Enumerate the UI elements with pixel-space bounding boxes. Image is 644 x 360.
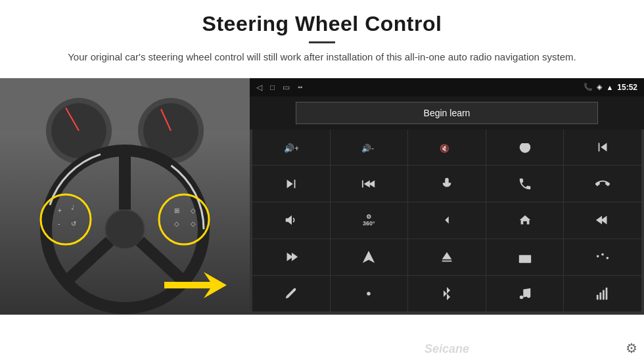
wifi-icon: ▲ bbox=[606, 83, 613, 91]
svg-rect-19 bbox=[442, 261, 452, 262]
begin-learn-row: Begin learn bbox=[250, 97, 644, 129]
controls-grid: 🔊+ 🔊- 🔇 bbox=[250, 129, 644, 315]
pen-button[interactable] bbox=[252, 276, 330, 312]
bluetooth-button[interactable] bbox=[408, 276, 486, 312]
content-area: ◁ □ ▭ ▪▪ 📞 ◈ ▲ 15:52 Begin learn bbox=[0, 78, 644, 361]
phone-status-icon: 📞 bbox=[584, 83, 593, 91]
end-call-button[interactable] bbox=[564, 166, 641, 202]
fast-fwd-button[interactable] bbox=[252, 239, 330, 275]
header-section: Steering Wheel Control Your original car… bbox=[0, 0, 644, 72]
ff-prev-button[interactable] bbox=[331, 166, 408, 202]
360-button[interactable]: ⚙360° bbox=[331, 202, 408, 238]
svg-text:🔊-: 🔊- bbox=[361, 143, 374, 152]
svg-rect-34 bbox=[597, 295, 599, 300]
status-right: 📞 ◈ ▲ 15:52 bbox=[584, 83, 637, 92]
svg-point-30 bbox=[607, 257, 609, 259]
signal-icon: ▪▪ bbox=[298, 83, 302, 91]
status-bar: ◁ □ ▭ ▪▪ 📞 ◈ ▲ 15:52 bbox=[250, 78, 644, 97]
page-title: Steering Wheel Control bbox=[39, 12, 605, 36]
svg-marker-3 bbox=[601, 143, 607, 151]
svg-point-28 bbox=[601, 254, 604, 256]
svg-marker-12 bbox=[286, 215, 292, 225]
location-icon: ◈ bbox=[597, 83, 602, 91]
svg-text:🔊+: 🔊+ bbox=[284, 143, 298, 153]
begin-learn-button[interactable]: Begin learn bbox=[296, 102, 599, 124]
svg-marker-17 bbox=[363, 251, 375, 263]
page-container: Steering Wheel Control Your original car… bbox=[0, 0, 644, 360]
svg-rect-4 bbox=[599, 143, 600, 151]
vol-down-button[interactable]: 🔊- bbox=[331, 129, 408, 166]
title-divider bbox=[309, 41, 335, 43]
svg-point-33 bbox=[526, 294, 530, 298]
mic-button[interactable] bbox=[408, 166, 486, 202]
bars-button[interactable] bbox=[564, 276, 641, 312]
settings-button[interactable] bbox=[331, 276, 408, 312]
svg-point-32 bbox=[519, 296, 523, 300]
android-screen: ◁ □ ▭ ▪▪ 📞 ◈ ▲ 15:52 Begin learn bbox=[250, 78, 644, 315]
svg-point-26 bbox=[597, 256, 599, 258]
svg-point-21 bbox=[521, 258, 524, 261]
svg-marker-14 bbox=[596, 216, 602, 225]
status-left: ◁ □ ▭ ▪▪ bbox=[256, 83, 302, 92]
rewind-button[interactable] bbox=[564, 202, 641, 238]
seicane-watermark: Seicane bbox=[425, 342, 469, 356]
svg-text:🔇: 🔇 bbox=[440, 143, 449, 152]
equalizer-button[interactable] bbox=[564, 239, 641, 275]
car-image-section bbox=[0, 78, 250, 315]
vol-up-button[interactable]: 🔊+ bbox=[252, 129, 330, 166]
prev-track-button[interactable] bbox=[564, 129, 641, 166]
eject-button[interactable] bbox=[408, 239, 486, 275]
phone-button[interactable] bbox=[486, 166, 564, 202]
svg-marker-5 bbox=[287, 179, 292, 188]
android-wrapper: ◁ □ ▭ ▪▪ 📞 ◈ ▲ 15:52 Begin learn bbox=[250, 78, 644, 361]
svg-rect-20 bbox=[518, 256, 530, 263]
time-display: 15:52 bbox=[617, 83, 637, 92]
radio-button[interactable] bbox=[486, 239, 564, 275]
svg-rect-35 bbox=[600, 292, 602, 300]
back-nav-icon[interactable]: ◁ bbox=[256, 83, 262, 92]
car-image-canvas bbox=[0, 78, 250, 315]
recents-nav-icon[interactable]: ▭ bbox=[283, 83, 290, 92]
subtitle: Your original car's steering wheel contr… bbox=[66, 50, 578, 65]
svg-marker-18 bbox=[442, 252, 452, 259]
svg-rect-37 bbox=[606, 288, 608, 300]
back-button[interactable] bbox=[408, 202, 486, 238]
next-button[interactable] bbox=[252, 166, 330, 202]
home-button[interactable] bbox=[486, 202, 564, 238]
svg-marker-16 bbox=[292, 253, 298, 261]
horn-button[interactable] bbox=[252, 202, 330, 238]
nav-button[interactable] bbox=[331, 239, 408, 275]
svg-rect-6 bbox=[294, 179, 295, 188]
gear-icon-corner[interactable]: ⚙ bbox=[626, 340, 637, 356]
360-label: ⚙360° bbox=[363, 214, 375, 227]
svg-rect-36 bbox=[603, 290, 605, 300]
svg-point-31 bbox=[367, 292, 371, 296]
home-nav-icon[interactable]: □ bbox=[270, 83, 275, 92]
mute-button[interactable]: 🔇 bbox=[408, 129, 486, 166]
power-button[interactable] bbox=[486, 129, 564, 166]
music-button[interactable]: ♫ bbox=[486, 276, 564, 312]
